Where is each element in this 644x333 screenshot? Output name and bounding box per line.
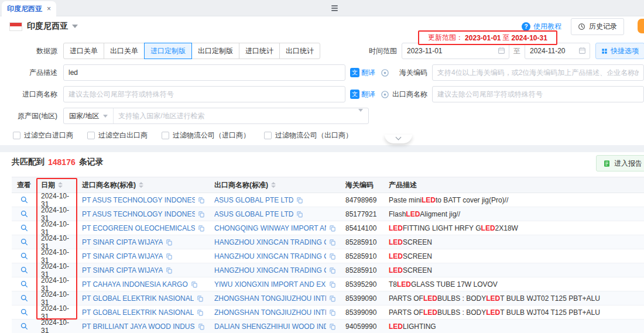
exporter-link[interactable]: HANGZHOU XINGCAN TRADING CO LTD — [214, 252, 326, 260]
copy-icon[interactable] — [166, 253, 173, 260]
copy-icon[interactable] — [198, 211, 205, 218]
importer-link[interactable]: PT GLOBAL ELEKTRIK NASIONAL — [82, 308, 194, 317]
row-description: LED SCREEN — [384, 266, 644, 274]
column-label: 日期 — [41, 180, 55, 190]
importer-link[interactable]: PT SINAR CIPTA WIJAYA — [82, 238, 163, 246]
copy-icon[interactable] — [329, 253, 336, 260]
importer-link[interactable]: PT ASUS TECHNOLOGY INDONESIA BA... — [82, 210, 195, 218]
exporter-link[interactable]: ASUS GLOBAL PTE LTD — [214, 196, 293, 204]
browser-list-icon[interactable] — [331, 5, 338, 11]
view-detail-button[interactable] — [20, 252, 28, 260]
checkbox-icon[interactable] — [162, 132, 169, 139]
importer-link[interactable]: PT ASUS TECHNOLOGY INDONESIA BA... — [82, 196, 195, 204]
origin-search-input[interactable] — [114, 108, 353, 123]
copy-icon[interactable] — [198, 197, 205, 204]
copy-icon[interactable] — [197, 295, 204, 302]
datasource-tab[interactable]: 进口统计 — [239, 43, 280, 59]
floating-side-button[interactable] — [638, 19, 644, 33]
datasource-tab[interactable]: 进口定制版 — [144, 43, 192, 59]
exporter-link[interactable]: HANGZHOU XINGCAN TRADING CO LTD — [214, 238, 326, 246]
hs-code-input[interactable] — [432, 64, 644, 81]
copy-icon[interactable] — [329, 281, 336, 288]
copy-icon[interactable] — [191, 281, 198, 288]
datasource-tab[interactable]: 出口定制版 — [191, 43, 239, 59]
exporter-name-input[interactable] — [432, 86, 644, 102]
panel-divider — [0, 145, 644, 152]
copy-icon[interactable] — [329, 225, 336, 232]
chevron-down-icon[interactable] — [72, 25, 78, 28]
table-header-cell[interactable]: 出口商名称(标准) — [210, 180, 341, 190]
exporter-link[interactable]: YIWU XIONGXIN IMPORT AND EXPORT... — [214, 280, 326, 289]
copy-icon[interactable] — [197, 309, 204, 316]
view-detail-button[interactable] — [20, 196, 28, 204]
copy-icon[interactable] — [296, 211, 303, 218]
view-detail-button[interactable] — [20, 322, 28, 330]
highlighted-term: LED — [486, 308, 500, 317]
copy-icon[interactable] — [329, 323, 336, 330]
datasource-tab[interactable]: 出口关单 — [104, 43, 145, 59]
exporter-link[interactable]: DALIAN SHENGZHIHUI WOOD INDUST... — [214, 322, 326, 331]
table-row: 2024-10-31PT ASUS TECHNOLOGY INDONESIA B… — [12, 207, 644, 221]
copy-icon[interactable] — [329, 239, 336, 246]
country-selector-label[interactable]: 印度尼西亚 — [27, 21, 68, 32]
copy-icon[interactable] — [329, 309, 336, 316]
tutorial-link[interactable]: ? 使用教程 — [522, 22, 561, 32]
checkbox-icon[interactable] — [264, 132, 272, 139]
exporter-link[interactable]: ASUS GLOBAL PTE LTD — [214, 210, 293, 218]
importer-link[interactable]: PT BRILLIANT JAYA WOOD INDUSTRY — [82, 322, 195, 331]
view-detail-button[interactable] — [20, 266, 28, 274]
importer-name-input[interactable] — [63, 86, 345, 102]
view-detail-button[interactable] — [20, 294, 28, 302]
view-detail-button[interactable] — [20, 210, 28, 218]
enter-report-button[interactable]: 进入报告 — [596, 155, 644, 171]
copy-icon[interactable] — [166, 239, 173, 246]
sort-icon[interactable] — [58, 182, 63, 188]
chevron-down-icon[interactable] — [353, 112, 368, 120]
copy-icon[interactable] — [329, 267, 336, 274]
view-detail-button[interactable] — [20, 280, 28, 288]
table-header-cell[interactable]: 进口商名称(标准) — [77, 180, 210, 190]
quick-options-button[interactable]: 快捷选项 — [595, 43, 644, 59]
browser-tab[interactable]: 印度尼西亚 × — [2, 1, 56, 16]
filter-checkbox[interactable]: 过滤空白进口商 — [13, 131, 73, 140]
sort-icon[interactable] — [271, 182, 276, 188]
importer-link[interactable]: PT CAHAYA INDONESIA KARGO — [82, 280, 188, 289]
datasource-tab[interactable]: 进口关单 — [63, 43, 104, 59]
copy-icon[interactable] — [166, 267, 173, 274]
results-summary: 共匹配到 148176 条记录 — [12, 157, 104, 167]
copy-icon[interactable] — [198, 225, 205, 232]
importer-link[interactable]: PT SINAR CIPTA WIJAYA — [82, 252, 163, 260]
row-hs-code: 85285910 — [345, 252, 376, 260]
exporter-link[interactable]: CHONGQING WINWAY IMPORT AND E... — [214, 224, 326, 232]
column-label: 查看 — [17, 180, 31, 190]
view-detail-button[interactable] — [20, 308, 28, 316]
indonesia-flag-icon — [9, 22, 22, 31]
checkbox-icon[interactable] — [13, 132, 20, 139]
table-header-cell[interactable]: 日期 — [36, 180, 77, 190]
copy-icon[interactable] — [198, 323, 205, 330]
importer-link[interactable]: PT SINAR CIPTA WIJAYA — [82, 266, 163, 274]
copy-icon[interactable] — [296, 197, 303, 204]
importer-link[interactable]: PT ECOGREEN OLEOCHEMICALS — [82, 224, 195, 232]
history-button[interactable]: 历史记录 — [571, 18, 624, 35]
product-desc-input[interactable] — [63, 64, 345, 81]
date-start-input[interactable] — [402, 43, 509, 59]
exporter-link[interactable]: HANGZHOU XINGCAN TRADING CO LTD — [214, 266, 326, 274]
filter-checkbox[interactable]: 过滤空白出口商 — [87, 131, 148, 140]
filter-checkbox[interactable]: 过滤物流公司（进口商） — [162, 131, 250, 140]
filter-label: 过滤物流公司（进口商） — [173, 131, 250, 140]
exporter-link[interactable]: ZHONGSHAN TONGJIUZHOU INTERNA... — [214, 294, 326, 303]
filter-checkbox[interactable]: 过滤物流公司（出口商） — [264, 131, 352, 140]
sort-icon[interactable] — [139, 182, 143, 188]
view-detail-button[interactable] — [20, 224, 28, 232]
checkbox-icon[interactable] — [87, 132, 95, 139]
update-range-end: 2024-10-31 — [512, 34, 547, 42]
datasource-tab[interactable]: 出口统计 — [279, 43, 320, 59]
exporter-link[interactable]: ZHONGSHAN TONGJIUZHOU INTERNA... — [214, 308, 326, 317]
copy-icon[interactable] — [329, 295, 336, 302]
tab-close-icon[interactable]: × — [47, 5, 51, 12]
origin-country-select[interactable]: 国家/地区 — [64, 108, 114, 123]
view-detail-button[interactable] — [20, 238, 28, 246]
importer-link[interactable]: PT GLOBAL ELEKTRIK NASIONAL — [82, 294, 194, 303]
row-hs-code: 85285910 — [345, 238, 376, 246]
